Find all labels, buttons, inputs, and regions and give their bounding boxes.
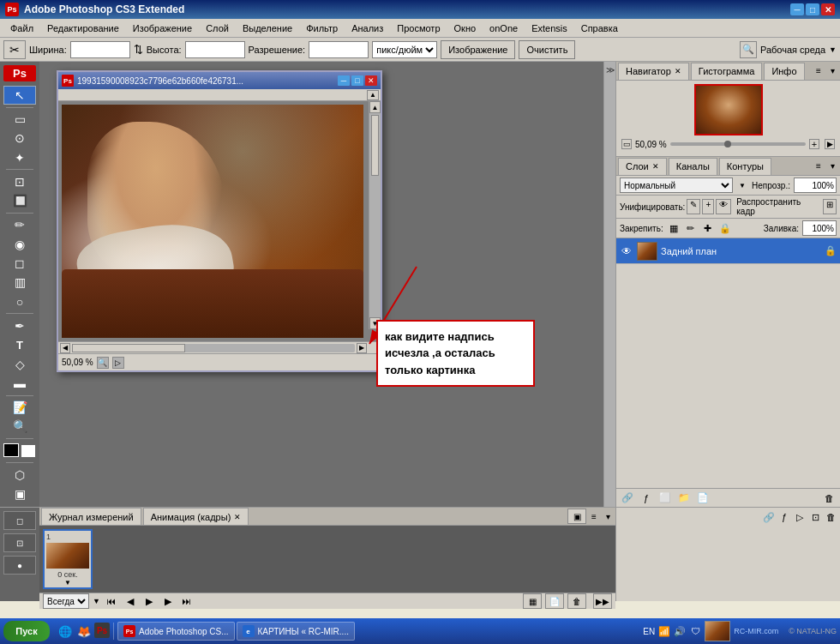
resolution-input[interactable] xyxy=(309,41,369,58)
bottom-tool-btn[interactable]: ◻ xyxy=(3,511,36,530)
fill-value[interactable]: 100% xyxy=(802,220,837,236)
menu-onone[interactable]: onOne xyxy=(483,21,525,35)
tab-navigator[interactable]: Навигатор ✕ xyxy=(618,63,689,80)
prev-frame-btn[interactable]: ◀ xyxy=(123,593,138,609)
taskbar-thumbnail[interactable] xyxy=(705,621,730,641)
tab-layers[interactable]: Слои ✕ xyxy=(618,158,667,175)
scroll-left-arrow[interactable]: ◀ xyxy=(60,343,70,353)
layer-item[interactable]: 👁 Задний план 🔒 xyxy=(616,238,840,264)
tab-channels[interactable]: Каналы xyxy=(669,158,717,175)
scroll-up-arrow[interactable]: ▲ xyxy=(369,101,381,113)
ps-quicklaunch-icon[interactable]: Ps xyxy=(94,623,110,638)
eyedropper-tool[interactable]: 🔲 xyxy=(3,192,36,210)
eyedropper-icon[interactable]: 🔍 xyxy=(740,41,757,58)
dodge-tool[interactable]: ○ xyxy=(3,292,36,310)
animation-frame-1[interactable]: 1 0 сек. ▼ xyxy=(43,529,93,589)
shape-tool[interactable]: ▬ xyxy=(3,374,36,392)
panel-collapse-icon[interactable]: ▾ xyxy=(826,65,838,77)
vertical-scrollbar[interactable]: ▲ ▼ xyxy=(369,101,381,329)
doc-maximize-button[interactable]: □ xyxy=(351,75,363,86)
text-tool[interactable]: T xyxy=(3,336,36,354)
opacity-arrow[interactable]: ▼ xyxy=(736,178,748,193)
tab-animation-close[interactable]: ✕ xyxy=(234,513,241,521)
link-layers-btn[interactable]: 🔗 xyxy=(620,491,635,506)
brush-tool[interactable]: ✏ xyxy=(3,216,36,234)
color-swatches[interactable] xyxy=(3,443,36,459)
blend-mode-select[interactable]: Нормальный xyxy=(620,178,733,193)
path-tool[interactable]: ◇ xyxy=(3,355,36,373)
notes-tool[interactable]: 📝 xyxy=(3,398,36,416)
menu-help[interactable]: Справка xyxy=(574,21,625,35)
menu-layer[interactable]: Слой xyxy=(199,21,236,35)
quick-mask-tool[interactable]: ⬡ xyxy=(3,466,36,484)
doc-minimize-button[interactable]: ─ xyxy=(338,75,350,86)
tab-animation[interactable]: Анимация (кадры) ✕ xyxy=(143,508,249,525)
unify-pixels-btn[interactable]: ✎ xyxy=(687,199,700,214)
menu-select[interactable]: Выделение xyxy=(236,21,299,35)
frame-time-arrow[interactable]: ▼ xyxy=(64,579,71,586)
lock-transparent-btn[interactable]: ▦ xyxy=(667,221,681,235)
menu-file[interactable]: Файл xyxy=(3,21,40,35)
menu-extensis[interactable]: Extensis xyxy=(525,21,574,35)
tween-btn[interactable]: ▦ xyxy=(523,593,542,609)
tab-navigator-close[interactable]: ✕ xyxy=(675,67,681,75)
height-input[interactable] xyxy=(185,41,245,58)
play-btn[interactable]: ▶ xyxy=(141,593,157,609)
panel-collapse-button[interactable]: ≫ xyxy=(603,62,615,507)
delete-layer-btn[interactable]: 🗑 xyxy=(821,491,837,506)
canvas-image[interactable] xyxy=(62,105,363,338)
firefox-quicklaunch-icon[interactable]: 🦊 xyxy=(75,623,93,640)
first-frame-btn[interactable]: ⏮ xyxy=(104,593,119,609)
move-tool[interactable]: ↖ xyxy=(3,86,36,104)
ie-quicklaunch-icon[interactable]: 🌐 xyxy=(57,623,74,640)
tab-info[interactable]: Инфо xyxy=(764,63,804,80)
layers-collapse-icon[interactable]: ▾ xyxy=(826,160,838,172)
swap-icon[interactable]: ⇅ xyxy=(134,43,143,56)
menu-filter[interactable]: Фильтр xyxy=(299,21,345,35)
new-layer-btn[interactable]: 📄 xyxy=(695,491,711,506)
zoom-icon-1[interactable]: 🔍 xyxy=(97,357,109,369)
bottom-right-icon-1[interactable]: 🔗 xyxy=(763,511,775,523)
bottom-right-icon-5[interactable]: 🗑 xyxy=(825,511,837,523)
scroll-track[interactable] xyxy=(369,113,381,317)
tab-histogram[interactable]: Гистограмма xyxy=(691,63,763,80)
panel-options-icon[interactable]: ≡ xyxy=(813,65,825,77)
h-scroll-thumb[interactable] xyxy=(72,344,185,352)
doc-scroll-arrow[interactable]: ▲ xyxy=(367,90,379,100)
tab-layers-close[interactable]: ✕ xyxy=(652,162,659,171)
minimize-button[interactable]: ─ xyxy=(790,3,804,15)
tab-journal[interactable]: Журнал измерений xyxy=(41,508,141,525)
loop-select[interactable]: Всегда xyxy=(43,593,89,609)
bottom-collapse-icon[interactable]: ▾ xyxy=(602,510,614,522)
crop-tool-options[interactable]: ✂ xyxy=(3,40,26,59)
bottom-options-icon[interactable]: ≡ xyxy=(588,510,600,522)
layers-options-icon[interactable]: ≡ xyxy=(813,160,825,172)
menu-view[interactable]: Просмотр xyxy=(390,21,447,35)
eraser-tool[interactable]: ◻ xyxy=(3,254,36,272)
zoom-tool[interactable]: 🔍 xyxy=(3,418,36,436)
last-frame-btn[interactable]: ⏭ xyxy=(179,593,195,609)
bottom-tool-btn-2[interactable]: ⊡ xyxy=(3,533,36,552)
workspace-dropdown-icon[interactable]: ▼ xyxy=(829,45,837,54)
pen-tool[interactable]: ✒ xyxy=(3,316,36,334)
lock-all-btn[interactable]: 🔒 xyxy=(718,221,732,235)
zoom-icon-2[interactable]: ▷ xyxy=(112,357,124,369)
new-group-btn[interactable]: 📁 xyxy=(676,491,692,506)
menu-image[interactable]: Изображение xyxy=(126,21,199,35)
lock-position-btn[interactable]: ✚ xyxy=(701,221,715,235)
zoom-in-icon[interactable]: + xyxy=(809,139,819,149)
magic-wand-tool[interactable]: ✦ xyxy=(3,148,36,166)
menu-edit[interactable]: Редактирование xyxy=(40,21,126,35)
layer-visibility-icon[interactable]: 👁 xyxy=(620,244,633,258)
duplicate-frame-btn[interactable]: 📄 xyxy=(545,593,564,609)
animation-options-btn[interactable]: ▣ xyxy=(567,509,586,524)
bottom-right-icon-4[interactable]: ⊡ xyxy=(809,511,821,523)
scroll-thumb[interactable] xyxy=(371,115,379,176)
bottom-right-icon-2[interactable]: ƒ xyxy=(778,511,790,523)
clone-tool[interactable]: ◉ xyxy=(3,235,36,253)
crop-tool[interactable]: ⊡ xyxy=(3,172,36,190)
image-button[interactable]: Изображение xyxy=(441,40,515,59)
bottom-tool-btn-3[interactable]: ● xyxy=(3,556,36,575)
add-style-btn[interactable]: ƒ xyxy=(639,491,654,506)
doc-close-button[interactable]: ✕ xyxy=(365,75,377,86)
